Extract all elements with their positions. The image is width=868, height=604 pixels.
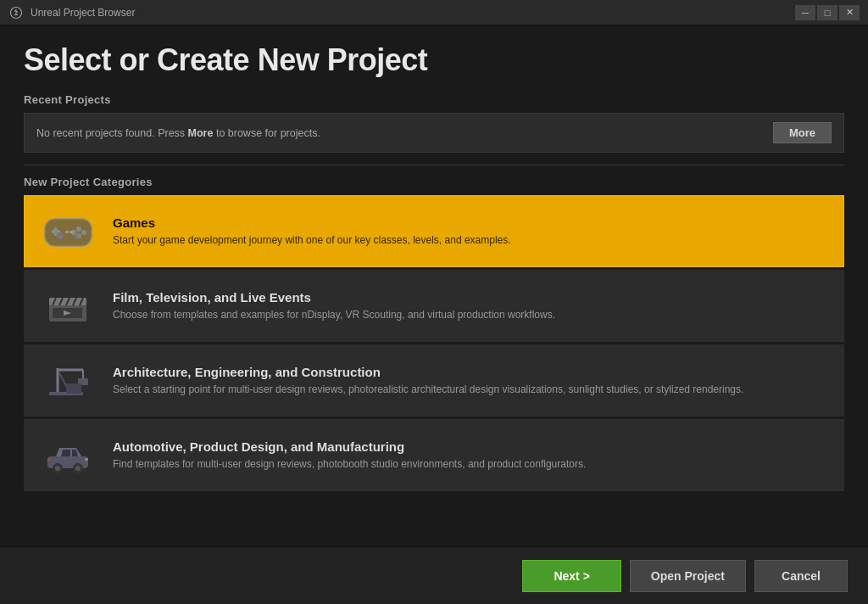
recent-projects-bold: More [188,127,214,139]
more-button[interactable]: More [773,122,832,143]
title-bar: Unreal Project Browser ─ □ ✕ [0,0,868,25]
categories-list: Games Start your game development journe… [24,195,844,491]
aec-desc: Select a starting point for multi-user d… [113,383,830,397]
games-title: Games [113,215,830,230]
svg-rect-3 [53,227,57,236]
svg-point-32 [75,466,81,471]
aec-title: Architecture, Engineering, and Construct… [113,365,830,379]
aec-icon [38,357,97,404]
new-project-categories-label: New Project Categories [24,176,844,188]
svg-point-5 [81,230,86,235]
maximize-button[interactable]: □ [817,5,837,20]
title-bar-controls: ─ □ ✕ [795,5,860,20]
category-aec[interactable]: Architecture, Engineering, and Construct… [24,344,844,417]
open-project-button[interactable]: Open Project [630,560,746,592]
bottom-bar: Next > Open Project Cancel [0,546,868,604]
section-divider [24,165,844,165]
recent-projects-message: No recent projects found. Press More to … [36,127,320,139]
recent-projects-bar: No recent projects found. Press More to … [24,113,844,153]
recent-projects-label: Recent Projects [24,93,844,106]
svg-rect-33 [85,458,88,461]
svg-point-30 [55,466,60,471]
auto-desc: Find templates for multi-user design rev… [113,457,830,472]
games-desc: Start your game development journey with… [113,233,830,248]
svg-point-8 [57,232,64,239]
svg-rect-11 [70,231,73,233]
film-title: Film, Television, and Live Events [113,290,830,305]
main-content: Select or Create New Project Recent Proj… [0,25,868,604]
svg-rect-27 [66,383,81,394]
category-film[interactable]: Film, Television, and Live Events Choose… [24,270,844,342]
recent-projects-text-after: to browse for projects. [213,127,320,139]
svg-point-9 [74,232,81,239]
category-games[interactable]: Games Start your game development journe… [24,195,844,267]
games-icon [38,208,97,254]
window-title: Unreal Project Browser [31,7,135,19]
minimize-button[interactable]: ─ [795,5,815,20]
next-button[interactable]: Next > [522,560,620,592]
auto-title: Automotive, Product Design, and Manufact… [113,439,830,454]
svg-rect-34 [47,458,50,461]
close-button[interactable]: ✕ [839,5,860,20]
cancel-button[interactable]: Cancel [754,560,848,592]
page-title: Select or Create New Project [24,42,844,78]
category-auto[interactable]: Automotive, Product Design, and Manufact… [24,419,844,491]
svg-point-4 [76,226,81,232]
aec-text: Architecture, Engineering, and Construct… [113,365,830,397]
recent-projects-text-before: No recent projects found. Press [36,127,188,139]
film-icon [38,282,97,329]
auto-text: Automotive, Product Design, and Manufact… [113,439,830,472]
svg-rect-10 [65,231,69,233]
film-desc: Choose from templates and examples for n… [113,308,830,322]
unreal-logo-icon [8,5,24,20]
film-text: Film, Television, and Live Events Choose… [113,290,830,322]
title-bar-left: Unreal Project Browser [8,5,135,20]
auto-icon [38,432,97,478]
games-text: Games Start your game development journe… [113,215,830,248]
